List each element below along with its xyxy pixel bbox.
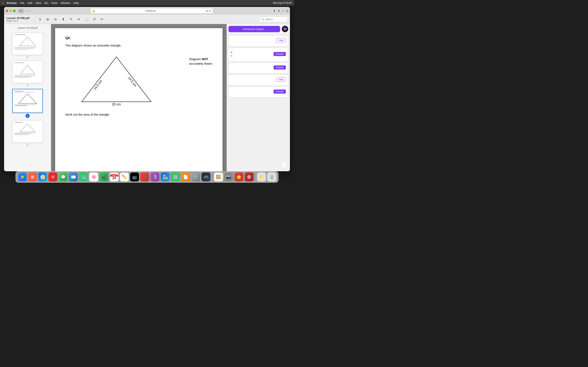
dock-pages[interactable]: 📄 [181,173,190,182]
dock: 😊 ⊞ 🧭 O 💬 ✉️ 🗺️ 🌸 📹 AUG 24 ✏️ 📺 🎵 🎙️ 🏪 🔢… [16,171,278,183]
dock-launchpad[interactable]: ⊞ [28,173,37,182]
diagram-area: 14.5 cm 14.5 cm 20 cm Diagram NOT accura… [65,53,212,107]
share-pdf-button[interactable]: ⬆ [60,16,66,22]
maximize-button[interactable] [13,9,16,12]
menu-edit[interactable]: Edit [27,1,32,4]
info-button[interactable]: ℹ [37,16,43,22]
close-button[interactable] [6,9,8,12]
zoom-out-button[interactable]: ⊖ [52,16,59,22]
page-2-label: 2 [27,56,28,58]
dock-music[interactable]: 🎵 [140,173,149,182]
translate-icon[interactable]: ⊕ [206,9,208,12]
svg-line-15 [27,124,35,132]
dock-freeform[interactable]: ✏️ [120,173,129,182]
menu-tools[interactable]: Tools [51,1,57,4]
dock-files[interactable]: 📁 [257,173,266,182]
back-button[interactable]: ‹ [26,9,28,13]
menu-help[interactable]: Help [73,1,79,4]
page-2-thumbnail[interactable]: 2 [4,32,51,59]
dock-photo-library[interactable]: 📷 [224,173,233,182]
pdf-page: Q4. The diagram shows an isosceles trian… [55,28,223,171]
dock-appletv[interactable]: 📺 [130,173,139,182]
dock-photos[interactable]: 🌸 [89,173,98,182]
answer-button-2[interactable]: Answer [274,66,286,69]
menu-view[interactable]: View [35,1,41,4]
search-input[interactable] [265,18,286,21]
sidebar-toggle[interactable] [18,8,25,13]
refresh-icon[interactable]: ↻ [209,9,211,12]
dock-messages[interactable]: 💬 [59,173,68,182]
url-text: studyx.ai [96,9,205,12]
help-button-2[interactable]: Help [276,77,286,82]
svg-line-11 [18,94,27,104]
diagram-note-suffix: accurately drawn [189,62,212,65]
homework-space-button[interactable]: Homework Space... [228,26,280,32]
traffic-lights [6,9,16,12]
search-box[interactable]: 🔍 [259,17,287,22]
active-page-badge: 4 [26,114,30,118]
dock-facetime[interactable]: 📹 [99,173,108,182]
menu-go[interactable]: Go [44,1,48,4]
sidebar-filename: Lesson 10 HW.pdf [4,26,51,31]
dock-mail[interactable]: ✉️ [69,173,78,182]
thumbnail-sidebar: Lesson 10 HW.pdf [4,24,51,171]
page-3-thumbnail[interactable]: 3 [4,60,51,87]
svg-rect-2 [21,11,23,11]
answer-button-3[interactable]: Answer [274,90,286,94]
right-panel-inner: Homework Space... 👾 Help en Answer [227,24,290,171]
svg-line-5 [27,37,36,46]
menu-file[interactable]: File [20,1,24,4]
help-card-2: Help [228,75,288,85]
svg-rect-1 [21,9,23,10]
zoom-in-button[interactable]: ⊕ [45,16,51,22]
dock-focus[interactable]: 🎯 [245,173,254,182]
rotate-button[interactable]: ↺ [91,16,97,22]
dock-safari[interactable]: 🧭 [38,173,47,182]
markup-button[interactable]: ✎ [68,16,74,22]
crop-button[interactable]: ⬜ [84,16,90,22]
expand-arrow[interactable]: › [281,162,287,168]
page-5-thumbnail[interactable]: 5 [4,119,51,147]
menubar:  Preview File Edit View Go Tools Window… [0,0,294,6]
dock-steam[interactable]: 🎮 [201,173,210,182]
share-icon[interactable]: ⬆ [278,9,280,12]
dock-preview[interactable]: 🖼️ [214,173,223,182]
main-window: ‹ › 🔒 studyx.ai ⊕ ↻ ⬇ ⬆ + ⊟ Lesson 10 HW… [4,7,290,171]
svg-line-14 [20,124,27,132]
dock-podcasts[interactable]: 🎙️ [150,173,159,182]
menu-preview[interactable]: Preview [7,1,17,4]
download-icon[interactable]: ⬇ [273,9,276,12]
page-4-thumbnail[interactable]: 4 [4,88,51,119]
bookmarks-icon[interactable]: ⊟ [286,9,288,12]
url-bar[interactable]: 🔒 studyx.ai ⊕ ↻ [90,8,213,13]
dock-finder[interactable]: 😊 [18,173,27,182]
dock-numbers[interactable]: 🔢 [171,173,180,182]
answer-button-1[interactable]: Answer [274,52,286,56]
annotate-button[interactable]: ✏ [99,16,105,22]
minimize-button[interactable] [9,9,12,12]
apple-menu[interactable]:  [2,1,3,4]
studyx-monster-icon: 👾 [282,26,288,32]
menu-clock: Sat Aug 24 20:04 [273,1,292,4]
content-area: Lesson 10 HW.pdf [4,24,290,171]
help-button-1[interactable]: Help [276,38,286,43]
dock-opera[interactable]: O [48,173,57,182]
dock-calendar[interactable]: AUG 24 [110,173,119,182]
new-tab-icon[interactable]: + [282,9,284,12]
forward-button[interactable]: › [28,9,30,13]
markup-dropdown[interactable]: ▾ [76,16,82,22]
doc-info: Lesson 10 HW.pdf Page 4 of 7 [7,17,29,22]
answer-card-1: en Answer [228,48,288,61]
preview-toolbar: Lesson 10 HW.pdf Page 4 of 7 ℹ ⊕ ⊖ ⬆ ✎ ▾… [4,15,290,24]
help-card-1: Help [228,36,288,46]
dock-trash[interactable]: 🗑️ [267,173,276,182]
menu-window[interactable]: Window [61,1,70,4]
svg-rect-0 [20,9,21,12]
page-5-label: 5 [27,143,28,146]
pdf-viewer[interactable]: Q4. The diagram shows an isosceles trian… [51,24,227,171]
svg-text:20 cm: 20 cm [112,103,121,106]
dock-systemprefs[interactable]: ⚙️ [191,173,200,182]
dock-maps[interactable]: 🗺️ [79,173,88,182]
dock-reeder[interactable]: ⭐ [234,173,243,182]
dock-appstore[interactable]: 🏪 [161,173,170,182]
